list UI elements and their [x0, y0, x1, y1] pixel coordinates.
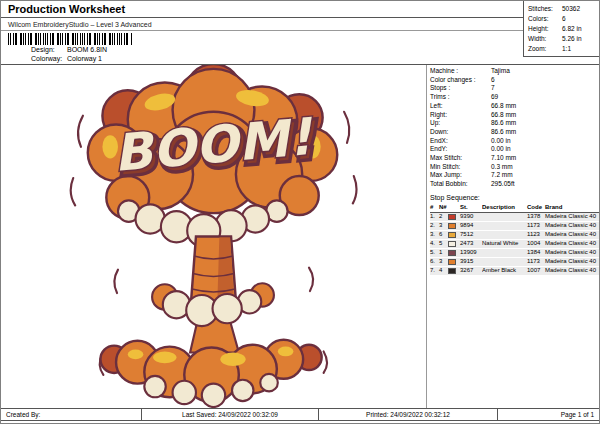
machine-value: 66.8 mm [491, 111, 516, 120]
machine-value: 69 [491, 93, 498, 102]
stat-zoom: Zoom:1:1 [528, 44, 599, 54]
stat-value: 1:1 [562, 44, 571, 54]
stat-label: Colors: [528, 14, 562, 24]
machine-value: 86.6 mm [491, 119, 516, 128]
header-title-row: Production Worksheet [1, 1, 523, 18]
col-code: Code [527, 203, 545, 212]
footer-last-saved: Last Saved: 24/09/2022 00:32:09 [141, 409, 319, 420]
machine-row: Down:86.6 mm [430, 128, 597, 137]
page-title: Production Worksheet [8, 3, 125, 15]
footer: Created By: Last Saved: 24/09/2022 00:32… [1, 408, 599, 421]
machine-row: Trims :69 [430, 93, 597, 102]
col-brand: Brand [545, 203, 599, 212]
machine-label: Machine : [430, 67, 491, 76]
machine-label: Trims : [430, 93, 491, 102]
machine-label: Max Jump: [430, 171, 491, 180]
barcode [8, 33, 132, 45]
machine-label: Right: [430, 111, 491, 120]
machine-row: Right:66.8 mm [430, 111, 597, 120]
design-preview: BOOM! BOOM! [67, 65, 360, 408]
machine-label: Color changes : [430, 76, 491, 85]
machine-value: 7.2 mm [491, 171, 513, 180]
colorway-row: Colorway: Colorway 1 [31, 55, 102, 62]
machine-label: Left: [430, 102, 491, 111]
machine-label: Up: [430, 119, 491, 128]
design-meta-block: Design: BOOM 6.8IN Colorway: Colorway 1 [1, 31, 523, 64]
footer-printed: Printed: 24/09/2022 00:32:12 [319, 409, 498, 420]
stat-value: 50362 [562, 4, 580, 14]
thread-color-swatch [448, 259, 456, 265]
stat-width: Width:5.26 in [528, 34, 599, 44]
stat-label: Width: [528, 34, 562, 44]
stop-sequence-title: Stop Sequence: [430, 193, 597, 203]
machine-label: Min Stitch: [430, 163, 491, 172]
machine-value: 66.8 mm [491, 102, 516, 111]
thread-color-swatch [448, 241, 456, 247]
thread-color-swatch [448, 214, 456, 220]
stat-colors: Colors:6 [528, 14, 599, 24]
colorway-value: Colorway 1 [67, 55, 102, 62]
machine-value: 0.00 in [491, 137, 511, 146]
machine-label: EndX: [430, 137, 491, 146]
machine-row: EndX:0.00 in [430, 137, 597, 146]
header-subtitle-row: Wilcom EmbroideryStudio – Level 3 Advanc… [1, 18, 523, 31]
thread-color-swatch [448, 223, 456, 229]
machine-row: Total Bobbin:295.05ft [430, 180, 597, 189]
machine-label: EndY: [430, 145, 491, 154]
machine-info-panel: Machine :Tajima Color changes :6 Stops :… [426, 65, 599, 408]
machine-value: 295.05ft [491, 180, 515, 189]
machine-row: Max Stitch:7.10 mm [430, 154, 597, 163]
machine-row: EndY:0.00 in [430, 145, 597, 154]
stat-value: 6.82 in [562, 24, 582, 34]
machine-row: Min Stitch:0.3 mm [430, 163, 597, 172]
col-needle: N# [439, 203, 448, 212]
thread-color-swatch [448, 250, 456, 256]
production-worksheet-page: Production Worksheet Wilcom EmbroiderySt… [0, 0, 600, 424]
design-name-row: Design: BOOM 6.8IN [31, 46, 107, 53]
machine-label: Stops : [430, 84, 491, 93]
machine-row: Max Jump:7.2 mm [430, 171, 597, 180]
machine-value: 86.6 mm [491, 128, 516, 137]
stat-label: Zoom: [528, 44, 562, 54]
stem [191, 237, 236, 301]
col-num: # [430, 203, 439, 212]
machine-value: Tajima [491, 67, 510, 76]
machine-value: 7.10 mm [491, 154, 516, 163]
col-description: Description [482, 203, 527, 212]
footer-page-number: Page 1 of 1 [498, 409, 599, 420]
machine-row: Machine :Tajima [430, 67, 597, 76]
design-value: BOOM 6.8IN [67, 46, 107, 53]
stat-height: Height:6.82 in [528, 24, 599, 34]
app-subtitle: Wilcom EmbroideryStudio – Level 3 Advanc… [8, 21, 152, 28]
machine-value: 6 [491, 76, 495, 85]
col-stitches: St. [460, 203, 482, 212]
machine-row: Stops :7 [430, 84, 597, 93]
stat-label: Height: [528, 24, 562, 34]
design-label: Design: [31, 46, 67, 53]
machine-row: Color changes :6 [430, 76, 597, 85]
machine-value: 7 [491, 84, 495, 93]
machine-label: Down: [430, 128, 491, 137]
machine-row: Up:86.6 mm [430, 119, 597, 128]
machine-value: 0.00 in [491, 145, 511, 154]
stat-label: Stitches: [528, 4, 562, 14]
machine-label: Total Bobbin: [430, 180, 491, 189]
footer-created-by: Created By: [1, 409, 141, 420]
stop-sequence-row: 7.43267Amber Black1007Madeira Classic 40 [430, 267, 599, 276]
design-preview-area: BOOM! BOOM! [1, 65, 426, 408]
machine-value: 0.3 mm [491, 163, 513, 172]
thread-color-swatch [448, 268, 456, 274]
colorway-label: Colorway: [31, 55, 67, 62]
stat-value: 6 [562, 14, 566, 24]
stitch-stats-box: Stitches:50362 Colors:6 Height:6.82 in W… [523, 1, 599, 57]
stop-sequence-table: # N# St. Description Code Brand 1.293901… [430, 204, 599, 276]
machine-label: Max Stitch: [430, 154, 491, 163]
stat-stitches: Stitches:50362 [528, 4, 599, 14]
machine-row: Left:66.8 mm [430, 102, 597, 111]
thread-color-swatch [448, 232, 456, 238]
stat-value: 5.26 in [562, 34, 582, 44]
